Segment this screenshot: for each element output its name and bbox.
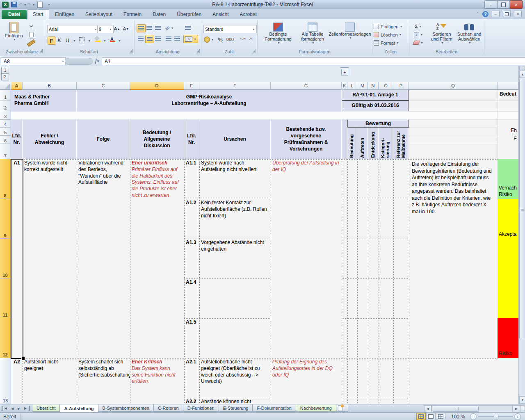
cut-button[interactable]: ✂ <box>27 23 35 30</box>
row-header-3[interactable]: 3 <box>0 111 11 120</box>
collapse-ribbon-icon[interactable]: ⌃ <box>476 12 479 16</box>
col-header-P[interactable]: P <box>393 82 409 90</box>
col-header-G[interactable]: G <box>271 82 342 90</box>
zoom-slider-thumb[interactable] <box>494 414 498 420</box>
col-header-Q[interactable]: Q <box>409 82 498 90</box>
cell-note[interactable]: Die vorliegende Einstufung der Bewertung… <box>409 159 498 358</box>
row-3-band[interactable] <box>11 111 518 120</box>
font-dialog-launcher[interactable] <box>129 49 133 53</box>
prev-sheet-button[interactable]: ◀ <box>9 404 16 413</box>
sheet-tab-uebersicht[interactable]: Übersicht <box>32 404 60 412</box>
row-header-13[interactable]: 13 <box>0 358 11 404</box>
zoom-slider[interactable] <box>478 416 513 417</box>
shrink-font-button[interactable]: A▼ <box>122 25 130 33</box>
insert-function-button[interactable]: fx <box>94 57 101 64</box>
align-middle-button[interactable] <box>145 24 153 32</box>
cell-cause-id-A2-2[interactable]: A2.2 <box>184 398 199 404</box>
row-header-12[interactable]: 12 <box>0 318 11 358</box>
cell-styles-button[interactable]: Zellenformatvorlagen▼ <box>330 23 370 39</box>
header-spacer-K[interactable] <box>342 120 347 159</box>
horizontal-scroll-thumb[interactable] <box>433 406 479 412</box>
font-color-button[interactable]: A <box>108 36 116 44</box>
scroll-down-button[interactable]: ▼ <box>519 396 525 404</box>
sheet-tab-a-aufstellung[interactable]: A-Aufstellung <box>59 404 98 413</box>
find-select-button[interactable]: Suchen und Auswählen▼ <box>456 23 483 44</box>
cell-cause-id-A2-1[interactable]: A2.1 <box>184 358 199 398</box>
header-ursachen[interactable]: Ursachen <box>199 120 271 159</box>
cell-cause-text-A1-1[interactable]: System wurde nach Aufstellung nicht nive… <box>199 159 271 199</box>
borders-dropdown[interactable]: ▼ <box>88 39 91 42</box>
last-sheet-button[interactable]: ▶ <box>22 406 30 411</box>
row-header-10[interactable]: 10 <box>0 239 11 278</box>
col-header-L[interactable]: L <box>347 82 357 90</box>
cell-cause-text-A1-2[interactable]: Kein fester Kontakt zur Aufstelloberfläc… <box>199 199 271 239</box>
close-window-button[interactable]: ✕ <box>510 0 523 9</box>
font-size-combo[interactable]: 9▼ <box>97 25 114 33</box>
italic-button[interactable]: K <box>56 37 63 44</box>
cell-sheet-title[interactable]: GMP-Risikoanalyse Laborzentrifuge – A-Au… <box>77 90 342 111</box>
align-left-button[interactable] <box>137 35 145 42</box>
cell-cause-text-A2-1[interactable]: Aufstelloberfläche nicht geeignet (Oberf… <box>199 358 271 398</box>
increase-decimal-button[interactable]: ⁺·⁰⁰ <box>239 36 247 43</box>
format-cells-button[interactable]: Format▼ <box>374 39 407 46</box>
cell-legend-yellow-3[interactable] <box>498 278 518 318</box>
sheet-tab-c-rotoren[interactable]: C-Rotoren <box>153 404 183 412</box>
header-massnahmen[interactable]: Bestehende bzw. vorgesehene Prüfmaßnahme… <box>271 120 342 159</box>
row-header-4[interactable]: 4 <box>0 120 11 128</box>
col-header-F[interactable]: F <box>199 82 271 90</box>
col-header-E[interactable]: E <box>184 82 199 90</box>
header-lfd-nr[interactable]: Lfd. Nr. <box>11 120 23 159</box>
decrease-indent-button[interactable] <box>164 35 173 42</box>
col-header-K[interactable]: K <box>342 82 347 90</box>
orientation-button[interactable]: ab▼ <box>164 24 174 32</box>
underline-button[interactable]: U <box>64 37 71 44</box>
col-header-M[interactable]: M <box>357 82 368 90</box>
row-header-5[interactable]: 5 <box>0 128 11 136</box>
font-name-combo[interactable]: Arial▼ <box>47 25 99 33</box>
tab-start[interactable]: Start <box>27 9 49 19</box>
first-sheet-button[interactable]: ◀ <box>2 406 9 411</box>
fill-color-dropdown[interactable]: ▼ <box>103 39 106 42</box>
outline-level-2-button[interactable]: 2 <box>1 73 9 80</box>
excel-logo-icon[interactable]: X <box>2 1 9 8</box>
sheet-tab-d-funktionen[interactable]: D-Funktionen <box>183 404 219 412</box>
row-header-1[interactable]: 1 <box>0 90 11 100</box>
cell-cause-id-A1-5[interactable]: A1.5 <box>184 318 199 358</box>
restore-window-button[interactable] <box>497 0 510 9</box>
wrap-text-button[interactable] <box>183 24 192 32</box>
scroll-up-button[interactable]: ▲ <box>519 71 525 78</box>
sheet-tab-b-systemkomponenten[interactable]: B-Systemkomponenten <box>98 404 154 412</box>
cell-folge-A1[interactable]: Vibrationen während des Betriebs, "Wande… <box>77 159 130 358</box>
view-page-layout-button[interactable] <box>426 413 436 420</box>
cell-cause-text-A1-4[interactable] <box>199 278 271 318</box>
cell-fehler-A2[interactable]: Aufstellort nicht geeignet <box>23 358 77 404</box>
cell-cause-text-A1-3[interactable]: Vorgegebene Abstände nicht eingehalten <box>199 239 271 278</box>
header-bedeutung-rot[interactable]: Bedeutung <box>347 128 357 159</box>
cell-clipped-bedeutung[interactable]: Bedeut <box>500 91 518 99</box>
tab-ansicht[interactable]: Ansicht <box>207 10 234 19</box>
header-bedeutung[interactable]: Bedeutung / Allgemeine Diskussion <box>130 120 184 159</box>
tab-daten[interactable]: Daten <box>147 10 171 19</box>
cell-cause-text-A2-2[interactable]: Abstände können nicht <box>199 398 271 404</box>
bold-button[interactable]: F <box>48 37 55 45</box>
cell-cause-id-A1-2[interactable]: A1.2 <box>184 199 199 239</box>
header-folge[interactable]: Folge <box>77 120 130 159</box>
close-workbook-button[interactable]: ✕ <box>514 11 522 17</box>
fill-button[interactable]: ↓▼ <box>411 31 425 38</box>
cell-legend-green[interactable]: Vernach Risiko <box>498 159 518 199</box>
cell-doc-ref[interactable]: RA-9.1-01, Anlage 1 <box>342 90 409 100</box>
tab-einfuegen[interactable]: Einfügen <box>50 10 80 19</box>
horizontal-scrollbar[interactable] <box>431 405 513 412</box>
outline-expand-button[interactable]: + <box>341 69 348 75</box>
row-header-7[interactable]: 7 <box>0 144 11 159</box>
hscroll-right-button[interactable]: ▶ <box>513 405 520 412</box>
name-box[interactable]: A8▼ <box>1 57 66 65</box>
row-header-2[interactable]: 2 <box>0 100 11 111</box>
sort-filter-button[interactable]: A Z Sortieren und Filtern▼ <box>429 23 455 44</box>
zoom-out-button[interactable]: − <box>470 413 477 420</box>
undo-button[interactable]: ↶▼ <box>19 1 26 8</box>
fill-handle[interactable] <box>21 357 25 361</box>
format-painter-button[interactable] <box>27 39 35 47</box>
row-header-9[interactable]: 9 <box>0 199 11 239</box>
cell-valid-from[interactable]: Gültig ab 01.03.2016 <box>342 100 409 111</box>
